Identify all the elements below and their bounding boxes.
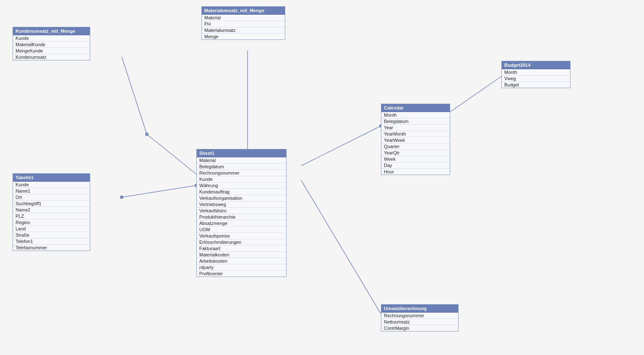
table-sheet1[interactable]: Sheet1 Material Belegdatum Rechnungsnumm… (196, 149, 287, 277)
table-row: Region (13, 219, 90, 226)
table-row: PH (202, 21, 285, 27)
table-row: Land (13, 226, 90, 232)
table-row: Profitcenter (197, 271, 286, 277)
table-row: Material (202, 15, 285, 21)
table-row: Suchbegriff1 (13, 201, 90, 207)
table-row: Verkaufsorganisation (197, 195, 286, 201)
table-row: Month (502, 69, 570, 76)
table-row: Hour (381, 169, 450, 175)
svg-point-2 (145, 133, 149, 136)
table-row: Arbeitskosten (197, 258, 286, 264)
connections-svg (0, 0, 644, 355)
table-row: Material (197, 157, 286, 164)
table-row: Rechnungsnummer (381, 313, 458, 319)
table-row: Kundenauftrag (197, 189, 286, 195)
table-row: Materialkosten (197, 252, 286, 258)
table-kundenumsatz-header: Kundenumsatz_mit_Menge (13, 27, 90, 35)
svg-point-5 (120, 196, 123, 199)
table-row: Kunde (197, 176, 286, 183)
table-row: YearWeek (381, 137, 450, 144)
table-row: rdparty (197, 264, 286, 271)
table-row: PLZ (13, 213, 90, 219)
table-row: Belegdatum (197, 164, 286, 170)
svg-line-1 (147, 134, 196, 174)
table-row: MaterialKunde (13, 42, 90, 48)
table-row: Straße (13, 232, 90, 238)
table-calendar[interactable]: Calendar Month Belegdatum Year YearMonth… (381, 104, 450, 175)
table-row: Währung (197, 183, 286, 189)
table-row: Kunde (13, 35, 90, 42)
table-sheet1-header: Sheet1 (197, 149, 286, 157)
table-materialumsatz-header: Materialumsatz_mit_Menge (202, 7, 285, 15)
table-budget2014-header: Budget2014 (502, 61, 570, 69)
table-row: Absatzmenge (197, 220, 286, 227)
table-row: YearMonth (381, 131, 450, 137)
table-row: Week (381, 156, 450, 162)
table-row: Belegdatum (381, 118, 450, 125)
table-row: Month (381, 112, 450, 118)
table-row: Vweg (502, 76, 570, 82)
table-row: Erlösschmälerungen (197, 239, 286, 245)
table-row: Kunde (13, 182, 90, 188)
table-row: Kundenumsatz (13, 54, 90, 60)
table-row: UOM (197, 227, 286, 233)
table-row: Name1 (13, 188, 90, 194)
table-row: Name2 (13, 207, 90, 213)
table-row: Telefon1 (13, 238, 90, 245)
table-umsatzberechnung[interactable]: Umsatzberechnung Rechnungsnummer Nettoum… (381, 304, 459, 332)
svg-line-0 (122, 57, 147, 134)
table-row: Verkaufspreise (197, 233, 286, 239)
table-row: Vertriebsweg (197, 201, 286, 208)
table-row: Telefaxnummer (13, 245, 90, 251)
table-row: Materialumsatz (202, 27, 285, 34)
table-row: Year (381, 125, 450, 131)
table-tabelle1-header: Tabelle1 (13, 174, 90, 182)
diagram-canvas: Kundenumsatz_mit_Menge Kunde MaterialKun… (0, 0, 644, 355)
svg-line-8 (448, 76, 501, 113)
svg-line-9 (301, 180, 381, 314)
table-tabelle1[interactable]: Tabelle1 Kunde Name1 Ort Suchbegriff1 Na… (13, 173, 90, 251)
table-row: MengeKunde (13, 48, 90, 54)
table-materialumsatz[interactable]: Materialumsatz_mit_Menge Material PH Mat… (201, 6, 285, 40)
table-umsatzberechnung-header: Umsatzberechnung (381, 305, 458, 313)
table-row: Day (381, 162, 450, 169)
table-row: Ort (13, 194, 90, 201)
table-row: Menge (202, 34, 285, 39)
table-budget2014[interactable]: Budget2014 Month Vweg Budget (501, 61, 571, 88)
table-row: YearQtr (381, 150, 450, 156)
table-row: ContrMargin (381, 325, 458, 331)
table-row: Verkaufsbüro (197, 208, 286, 214)
svg-line-6 (301, 126, 381, 166)
table-kundenumsatz[interactable]: Kundenumsatz_mit_Menge Kunde MaterialKun… (13, 27, 90, 60)
table-row: Fakturaart (197, 245, 286, 252)
table-row: Quarter (381, 144, 450, 150)
table-row: Nettoumsatz (381, 319, 458, 325)
table-row: Budget (502, 82, 570, 88)
table-calendar-header: Calendar (381, 104, 450, 112)
table-row: Rechnungsnummer (197, 170, 286, 176)
svg-line-4 (122, 185, 196, 197)
table-row: Produkthierarchie (197, 214, 286, 220)
